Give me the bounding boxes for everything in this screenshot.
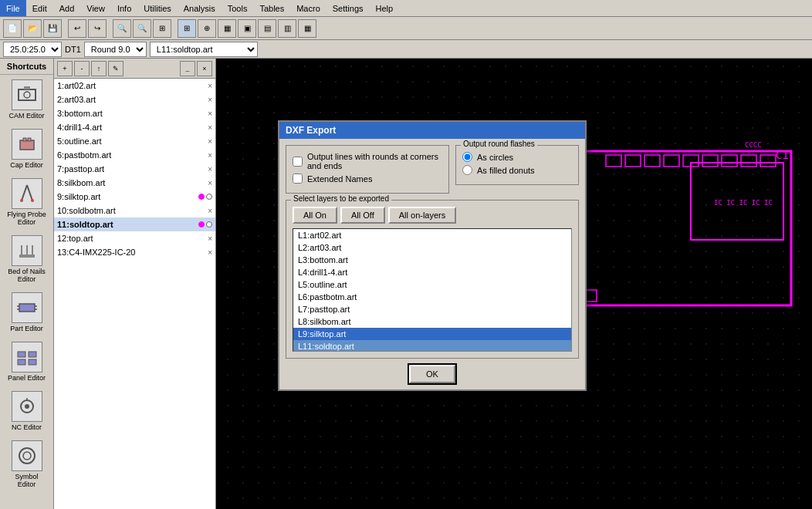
layer-new-btn[interactable]: + (57, 61, 73, 76)
menu-info[interactable]: Info (111, 0, 137, 16)
menu-edit[interactable]: Edit (26, 0, 53, 16)
menu-utilities[interactable]: Utilities (137, 0, 177, 16)
export-layer-9[interactable]: L11:soldtop.art (293, 340, 571, 352)
menu-help[interactable]: Help (370, 0, 400, 16)
shortcut-nails-label: Bed of Nails Editor (5, 268, 49, 283)
round-select[interactable]: Round 9.0 (84, 42, 147, 57)
undo-button[interactable]: ↩ (68, 19, 86, 38)
symbol-icon (12, 440, 42, 471)
as-circles-radio[interactable] (462, 152, 472, 162)
all-on-layers-button[interactable]: All on-layers (388, 207, 457, 224)
layer-item-6[interactable]: 7:pasttop.art× (54, 162, 215, 176)
statusbar: 25.0:25.0 DT1 Round 9.0 L11:soldtop.art (0, 40, 812, 59)
extended-names-checkbox[interactable] (293, 174, 303, 184)
export-layer-1[interactable]: L2:art03.art (293, 241, 571, 254)
layer-item-11[interactable]: 12:top.art× (54, 231, 215, 245)
all-off-button[interactable]: All Off (340, 207, 385, 224)
export-layer-0[interactable]: L1:art02.art (293, 229, 571, 241)
ok-button[interactable]: OK (409, 365, 455, 383)
svg-rect-2 (24, 86, 30, 89)
shortcut-nc[interactable]: NC Editor (4, 388, 50, 434)
zoom-out-button[interactable]: 🔍 (133, 19, 151, 38)
output-lines-checkbox[interactable] (293, 157, 303, 167)
draw4-button[interactable]: ▥ (278, 19, 296, 38)
layer-item-10[interactable]: 11:soldtop.art (54, 217, 215, 231)
extended-names-label: Extended Names (307, 174, 372, 184)
shortcut-symbol[interactable]: Symbol Editor (4, 437, 50, 491)
layer-name-11: 12:top.art (57, 234, 93, 243)
radio-circles-row: As circles (462, 152, 572, 162)
layer-close-btn[interactable]: × (197, 61, 212, 76)
layer-select[interactable]: L11:soldtop.art (150, 42, 258, 57)
layer-item-9[interactable]: 10:soldbotm.art× (54, 204, 215, 217)
layer-minimize-btn[interactable]: _ (180, 61, 195, 76)
coord-display[interactable]: 25.0:25.0 (3, 42, 62, 57)
layer-item-8[interactable]: 9:silktop.art (54, 190, 215, 204)
new-button[interactable]: 📄 (3, 19, 22, 38)
layer-item-4[interactable]: 5:outline.art× (54, 134, 215, 148)
save-button[interactable]: 💾 (43, 19, 62, 38)
zoom-in-button[interactable]: 🔍 (113, 19, 131, 38)
as-circles-label: As circles (477, 153, 513, 162)
draw1-button[interactable]: ▦ (218, 19, 236, 38)
layer-del-btn[interactable]: - (74, 61, 90, 76)
redo-button[interactable]: ↪ (88, 19, 107, 38)
layer-visibility-4: × (208, 137, 212, 146)
snap-button[interactable]: ⊕ (198, 19, 216, 38)
draw2-button[interactable]: ▣ (238, 19, 256, 38)
layer-item-0[interactable]: 1:art02.art× (54, 79, 215, 93)
menu-tools[interactable]: Tools (222, 0, 254, 16)
layer-item-1[interactable]: 2:art03.art× (54, 93, 215, 106)
shortcut-nails[interactable]: Bed of Nails Editor (4, 232, 50, 286)
layer-props-btn[interactable]: ✎ (108, 61, 123, 76)
draw5-button[interactable]: ▦ (298, 19, 316, 38)
layer-name-8: 9:silktop.art (57, 192, 100, 201)
dialog-title: DXF Export (286, 125, 336, 136)
draw3-button[interactable]: ▤ (258, 19, 276, 38)
shortcut-cap[interactable]: Cap Editor (4, 126, 50, 172)
zoom-fit-button[interactable]: ⊞ (153, 19, 171, 38)
export-layer-6[interactable]: L7:pasttop.art (293, 303, 571, 315)
all-on-button[interactable]: All On (293, 207, 337, 224)
layer-list: 1:art02.art×2:art03.art×3:bottom.art×4:d… (54, 79, 215, 509)
menubar: File Edit Add View Info Utilities Analys… (0, 0, 812, 17)
export-layer-2[interactable]: L3:bottom.art (293, 254, 571, 266)
layer-item-2[interactable]: 3:bottom.art× (54, 106, 215, 120)
menu-view[interactable]: View (80, 0, 111, 16)
menu-tables[interactable]: Tables (253, 0, 290, 16)
export-layer-7[interactable]: L8:silkbom.art (293, 315, 571, 328)
export-layer-4[interactable]: L5:outline.art (293, 278, 571, 291)
layer-item-3[interactable]: 4:drill1-4.art× (54, 120, 215, 134)
dxf-export-dialog: DXF Export Output lines with rounds at c… (278, 120, 587, 391)
open-button[interactable]: 📂 (23, 19, 42, 38)
svg-point-8 (20, 199, 23, 202)
grid-button[interactable]: ⊞ (178, 19, 196, 38)
shortcut-panel[interactable]: Panel Editor (4, 339, 50, 385)
menu-settings[interactable]: Settings (326, 0, 370, 16)
svg-rect-3 (20, 140, 34, 150)
export-layer-3[interactable]: L4:drill1-4.art (293, 266, 571, 278)
export-layer-8[interactable]: L9:silktop.art (293, 328, 571, 340)
menu-analysis[interactable]: Analysis (178, 0, 222, 16)
layer-panel: + - ↑ ✎ _ × 1:art02.art×2:art03.art×3:bo… (54, 59, 216, 509)
svg-point-9 (31, 199, 34, 202)
layer-up-btn[interactable]: ↑ (91, 61, 107, 76)
shortcut-probe-label: Flying Probe Editor (5, 211, 49, 226)
layer-item-12[interactable]: 13:C4-IMX225-IC-20× (54, 245, 215, 259)
layer-item-5[interactable]: 6:pastbotm.art× (54, 148, 215, 162)
dialog-body: Output lines with rounds at corners and … (279, 139, 585, 389)
shortcut-cam[interactable]: CAM Editor (4, 76, 50, 123)
export-layer-list[interactable]: L1:art02.artL2:art03.artL3:bottom.artL4:… (293, 228, 572, 352)
shortcut-probe[interactable]: Flying Probe Editor (4, 175, 50, 229)
as-donuts-radio[interactable] (462, 165, 472, 175)
export-layer-5[interactable]: L6:pastbotm.art (293, 291, 571, 303)
layer-item-7[interactable]: 8:silkbom.art× (54, 176, 215, 190)
menu-add[interactable]: Add (53, 0, 81, 16)
probe-icon (12, 178, 42, 209)
cam-icon (12, 79, 42, 110)
nails-icon (12, 235, 42, 266)
menu-file[interactable]: File (0, 0, 26, 16)
shortcut-part[interactable]: Part Editor (4, 289, 50, 335)
layer-name-1: 2:art03.art (57, 95, 96, 104)
menu-macro[interactable]: Macro (290, 0, 326, 16)
